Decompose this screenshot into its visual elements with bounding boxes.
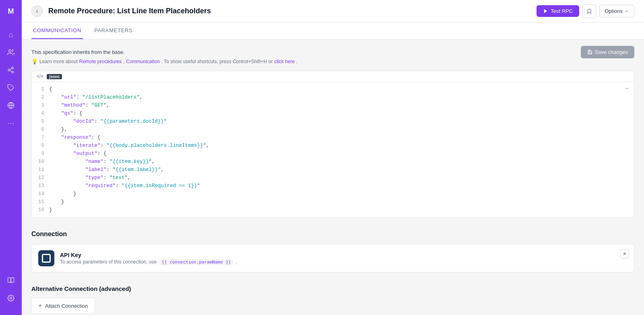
plus-icon: +	[38, 302, 42, 309]
code-line: 11 "label": "{{item.label}}",	[32, 166, 634, 174]
svg-point-2	[8, 69, 10, 71]
save-changes-button[interactable]: Save changes	[581, 46, 634, 58]
content-area: Save changes This specification inherits…	[22, 39, 644, 315]
remote-procedures-link[interactable]: Remote procedures	[79, 59, 122, 64]
attach-connection-label: Attach Connection	[45, 303, 88, 309]
svg-line-5	[10, 68, 12, 70]
bookmark-button[interactable]	[582, 4, 596, 18]
code-minimize-button[interactable]: −	[625, 85, 629, 92]
sidebar-item-share[interactable]	[3, 62, 19, 78]
code-line: 13 "required": "{{item.isRequired == 1}}…	[32, 182, 634, 190]
sidebar-item-globe[interactable]	[3, 97, 19, 113]
page-title: Remote Procedure: List Line Item Placeho…	[48, 7, 537, 15]
sidebar-logo: M	[4, 5, 17, 18]
tab-parameters[interactable]: PARAMETERS	[93, 23, 134, 39]
connection-icon-box	[38, 250, 54, 266]
learn-more-prefix: Learn more about	[39, 59, 78, 64]
code-line: 2 "url": "/listPlaceholders",	[32, 93, 634, 101]
code-line: 7 "response": {	[32, 134, 634, 142]
code-line: 15 }	[32, 198, 634, 206]
code-line: 16 }	[32, 206, 634, 214]
connection-description: To access parameters of this connection,…	[60, 259, 627, 265]
test-rpc-button[interactable]: Test RPC	[537, 5, 579, 17]
api-key-icon	[42, 254, 51, 263]
options-button[interactable]: Options	[599, 5, 634, 17]
sidebar-item-more[interactable]: ⋯	[3, 115, 19, 131]
code-line: 9 "output": {	[32, 150, 634, 158]
learn-more-end: .	[296, 59, 297, 64]
svg-point-9	[10, 297, 12, 299]
alternative-connection-title: Alternative Connection (advanced)	[31, 285, 634, 292]
code-line: 14 }	[32, 190, 634, 198]
save-changes-bar: Save changes	[581, 46, 634, 58]
sidebar-item-puzzle[interactable]	[3, 80, 19, 96]
connection-name: API Key	[60, 252, 627, 258]
connection-info: API Key To access parameters of this con…	[60, 252, 627, 265]
sidebar-item-home[interactable]: ⌂	[3, 27, 19, 43]
main-content: Remote Procedure: List Line Item Placeho…	[22, 0, 644, 315]
code-line: 5 "docId": "{{parameters.docId}}"	[32, 117, 634, 126]
code-line: 4 "qs": {	[32, 109, 634, 117]
info-icon: 💡	[31, 58, 38, 64]
tab-communication[interactable]: COMMUNICATION	[31, 23, 83, 39]
learn-more-suffix: . To show useful shortcuts, press Contro…	[161, 59, 273, 64]
topbar-actions: Test RPC Options	[537, 4, 634, 18]
code-line: 10 "name": "{{item.key}}",	[32, 158, 634, 166]
svg-point-0	[9, 49, 11, 52]
svg-line-4	[10, 70, 12, 72]
communication-link[interactable]: Communication	[126, 59, 159, 64]
sidebar: M ⌂ ⋯	[0, 0, 22, 315]
code-badge: jsonc	[47, 74, 62, 79]
code-line: 6 },	[32, 126, 634, 134]
connection-section-title: Connection	[31, 231, 634, 238]
code-line: 8 "iterate": "{{body.placeholders.lineIt…	[32, 142, 634, 150]
sidebar-item-settings[interactable]	[3, 290, 19, 306]
code-editor: </> jsonc − 1 { 2 "url": "/listPlacehold…	[31, 71, 634, 218]
sidebar-item-users[interactable]	[3, 44, 19, 60]
connection-card: API Key To access parameters of this con…	[31, 244, 634, 272]
connection-remove-button[interactable]: ✕	[620, 249, 629, 258]
connection-code: {{ connection.paramName }}	[159, 259, 233, 265]
click-here-link[interactable]: click here	[274, 59, 295, 64]
code-line: 12 "type": "text",	[32, 174, 634, 182]
info-link-row: 💡 Learn more about Remote procedures, Co…	[31, 58, 634, 64]
code-lines: 1 { 2 "url": "/listPlaceholders", 3 "met…	[32, 82, 634, 217]
svg-point-1	[12, 67, 14, 69]
code-line: 3 "method": "GET",	[32, 101, 634, 109]
back-button[interactable]	[31, 6, 43, 17]
code-toolbar: </> jsonc	[32, 71, 634, 82]
inherits-text: This specification inherits from the bas…	[31, 49, 634, 55]
code-line: 1 {	[32, 85, 634, 93]
sidebar-item-book[interactable]	[3, 272, 19, 288]
attach-connection-button[interactable]: + Attach Connection	[31, 298, 95, 314]
code-body[interactable]: − 1 { 2 "url": "/listPlaceholders", 3	[32, 82, 634, 217]
svg-marker-10	[544, 9, 547, 13]
svg-point-3	[12, 71, 14, 73]
code-tag: </>	[37, 74, 43, 79]
tabs-bar: COMMUNICATION PARAMETERS	[22, 23, 644, 39]
topbar: Remote Procedure: List Line Item Placeho…	[22, 0, 644, 23]
